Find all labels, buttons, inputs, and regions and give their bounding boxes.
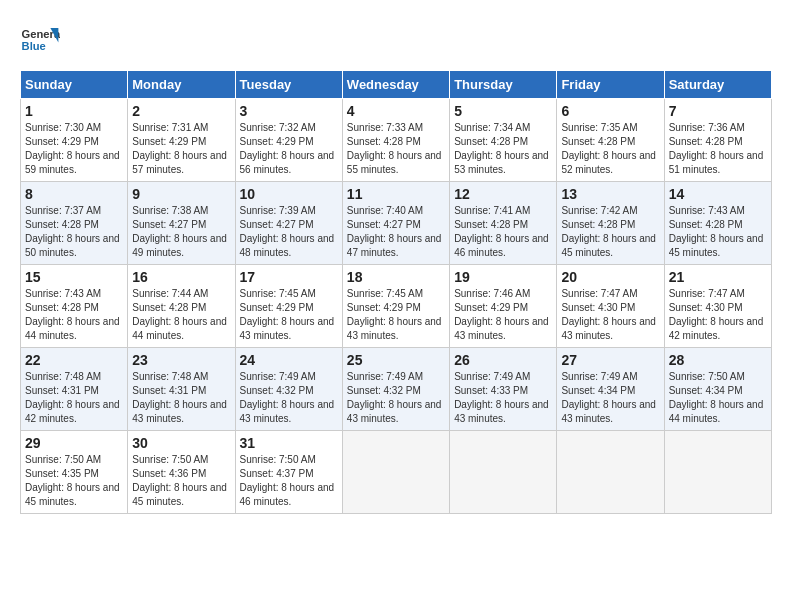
calendar-cell: 20Sunrise: 7:47 AMSunset: 4:30 PMDayligh… <box>557 265 664 348</box>
cell-info: Sunrise: 7:48 AMSunset: 4:31 PMDaylight:… <box>25 370 123 426</box>
calendar-cell: 16Sunrise: 7:44 AMSunset: 4:28 PMDayligh… <box>128 265 235 348</box>
cell-info: Sunrise: 7:50 AMSunset: 4:37 PMDaylight:… <box>240 453 338 509</box>
day-number: 6 <box>561 103 659 119</box>
day-number: 13 <box>561 186 659 202</box>
cell-info: Sunrise: 7:38 AMSunset: 4:27 PMDaylight:… <box>132 204 230 260</box>
day-number: 26 <box>454 352 552 368</box>
column-header-saturday: Saturday <box>664 71 771 99</box>
day-number: 28 <box>669 352 767 368</box>
cell-info: Sunrise: 7:34 AMSunset: 4:28 PMDaylight:… <box>454 121 552 177</box>
calendar-cell: 17Sunrise: 7:45 AMSunset: 4:29 PMDayligh… <box>235 265 342 348</box>
calendar-cell: 24Sunrise: 7:49 AMSunset: 4:32 PMDayligh… <box>235 348 342 431</box>
day-number: 30 <box>132 435 230 451</box>
calendar-cell: 15Sunrise: 7:43 AMSunset: 4:28 PMDayligh… <box>21 265 128 348</box>
calendar-cell: 23Sunrise: 7:48 AMSunset: 4:31 PMDayligh… <box>128 348 235 431</box>
column-header-tuesday: Tuesday <box>235 71 342 99</box>
cell-info: Sunrise: 7:39 AMSunset: 4:27 PMDaylight:… <box>240 204 338 260</box>
day-number: 11 <box>347 186 445 202</box>
calendar-cell: 18Sunrise: 7:45 AMSunset: 4:29 PMDayligh… <box>342 265 449 348</box>
cell-info: Sunrise: 7:47 AMSunset: 4:30 PMDaylight:… <box>561 287 659 343</box>
cell-info: Sunrise: 7:37 AMSunset: 4:28 PMDaylight:… <box>25 204 123 260</box>
calendar-cell: 31Sunrise: 7:50 AMSunset: 4:37 PMDayligh… <box>235 431 342 514</box>
day-number: 22 <box>25 352 123 368</box>
calendar-cell: 11Sunrise: 7:40 AMSunset: 4:27 PMDayligh… <box>342 182 449 265</box>
day-number: 18 <box>347 269 445 285</box>
day-number: 21 <box>669 269 767 285</box>
cell-info: Sunrise: 7:43 AMSunset: 4:28 PMDaylight:… <box>25 287 123 343</box>
cell-info: Sunrise: 7:49 AMSunset: 4:32 PMDaylight:… <box>240 370 338 426</box>
day-number: 25 <box>347 352 445 368</box>
cell-info: Sunrise: 7:42 AMSunset: 4:28 PMDaylight:… <box>561 204 659 260</box>
column-header-thursday: Thursday <box>450 71 557 99</box>
calendar-cell: 13Sunrise: 7:42 AMSunset: 4:28 PMDayligh… <box>557 182 664 265</box>
day-number: 17 <box>240 269 338 285</box>
calendar-table: SundayMondayTuesdayWednesdayThursdayFrid… <box>20 70 772 514</box>
day-number: 24 <box>240 352 338 368</box>
day-number: 7 <box>669 103 767 119</box>
cell-info: Sunrise: 7:50 AMSunset: 4:34 PMDaylight:… <box>669 370 767 426</box>
calendar-cell: 26Sunrise: 7:49 AMSunset: 4:33 PMDayligh… <box>450 348 557 431</box>
day-number: 14 <box>669 186 767 202</box>
calendar-cell: 25Sunrise: 7:49 AMSunset: 4:32 PMDayligh… <box>342 348 449 431</box>
logo: General Blue <box>20 20 64 60</box>
calendar-cell <box>557 431 664 514</box>
calendar-week-3: 15Sunrise: 7:43 AMSunset: 4:28 PMDayligh… <box>21 265 772 348</box>
calendar-cell: 27Sunrise: 7:49 AMSunset: 4:34 PMDayligh… <box>557 348 664 431</box>
cell-info: Sunrise: 7:41 AMSunset: 4:28 PMDaylight:… <box>454 204 552 260</box>
calendar-week-5: 29Sunrise: 7:50 AMSunset: 4:35 PMDayligh… <box>21 431 772 514</box>
day-number: 1 <box>25 103 123 119</box>
day-number: 8 <box>25 186 123 202</box>
page-header: General Blue <box>20 20 772 60</box>
calendar-cell: 12Sunrise: 7:41 AMSunset: 4:28 PMDayligh… <box>450 182 557 265</box>
cell-info: Sunrise: 7:49 AMSunset: 4:32 PMDaylight:… <box>347 370 445 426</box>
calendar-cell: 2Sunrise: 7:31 AMSunset: 4:29 PMDaylight… <box>128 99 235 182</box>
cell-info: Sunrise: 7:49 AMSunset: 4:34 PMDaylight:… <box>561 370 659 426</box>
calendar-week-2: 8Sunrise: 7:37 AMSunset: 4:28 PMDaylight… <box>21 182 772 265</box>
cell-info: Sunrise: 7:50 AMSunset: 4:35 PMDaylight:… <box>25 453 123 509</box>
calendar-cell: 8Sunrise: 7:37 AMSunset: 4:28 PMDaylight… <box>21 182 128 265</box>
calendar-cell <box>450 431 557 514</box>
cell-info: Sunrise: 7:43 AMSunset: 4:28 PMDaylight:… <box>669 204 767 260</box>
calendar-cell: 10Sunrise: 7:39 AMSunset: 4:27 PMDayligh… <box>235 182 342 265</box>
day-number: 9 <box>132 186 230 202</box>
calendar-cell: 9Sunrise: 7:38 AMSunset: 4:27 PMDaylight… <box>128 182 235 265</box>
cell-info: Sunrise: 7:47 AMSunset: 4:30 PMDaylight:… <box>669 287 767 343</box>
cell-info: Sunrise: 7:44 AMSunset: 4:28 PMDaylight:… <box>132 287 230 343</box>
calendar-body: 1Sunrise: 7:30 AMSunset: 4:29 PMDaylight… <box>21 99 772 514</box>
day-number: 10 <box>240 186 338 202</box>
day-number: 2 <box>132 103 230 119</box>
day-number: 4 <box>347 103 445 119</box>
calendar-week-4: 22Sunrise: 7:48 AMSunset: 4:31 PMDayligh… <box>21 348 772 431</box>
calendar-cell: 5Sunrise: 7:34 AMSunset: 4:28 PMDaylight… <box>450 99 557 182</box>
day-number: 20 <box>561 269 659 285</box>
cell-info: Sunrise: 7:50 AMSunset: 4:36 PMDaylight:… <box>132 453 230 509</box>
day-number: 3 <box>240 103 338 119</box>
calendar-header: SundayMondayTuesdayWednesdayThursdayFrid… <box>21 71 772 99</box>
column-header-sunday: Sunday <box>21 71 128 99</box>
calendar-cell: 1Sunrise: 7:30 AMSunset: 4:29 PMDaylight… <box>21 99 128 182</box>
calendar-cell: 7Sunrise: 7:36 AMSunset: 4:28 PMDaylight… <box>664 99 771 182</box>
logo-icon: General Blue <box>20 20 60 60</box>
column-header-monday: Monday <box>128 71 235 99</box>
calendar-cell: 30Sunrise: 7:50 AMSunset: 4:36 PMDayligh… <box>128 431 235 514</box>
calendar-cell: 29Sunrise: 7:50 AMSunset: 4:35 PMDayligh… <box>21 431 128 514</box>
cell-info: Sunrise: 7:30 AMSunset: 4:29 PMDaylight:… <box>25 121 123 177</box>
calendar-cell: 6Sunrise: 7:35 AMSunset: 4:28 PMDaylight… <box>557 99 664 182</box>
day-number: 16 <box>132 269 230 285</box>
svg-text:Blue: Blue <box>22 40 46 52</box>
cell-info: Sunrise: 7:49 AMSunset: 4:33 PMDaylight:… <box>454 370 552 426</box>
cell-info: Sunrise: 7:40 AMSunset: 4:27 PMDaylight:… <box>347 204 445 260</box>
day-number: 27 <box>561 352 659 368</box>
cell-info: Sunrise: 7:46 AMSunset: 4:29 PMDaylight:… <box>454 287 552 343</box>
day-number: 5 <box>454 103 552 119</box>
day-number: 29 <box>25 435 123 451</box>
cell-info: Sunrise: 7:45 AMSunset: 4:29 PMDaylight:… <box>347 287 445 343</box>
calendar-cell <box>342 431 449 514</box>
column-header-wednesday: Wednesday <box>342 71 449 99</box>
day-number: 19 <box>454 269 552 285</box>
calendar-cell: 14Sunrise: 7:43 AMSunset: 4:28 PMDayligh… <box>664 182 771 265</box>
calendar-cell: 22Sunrise: 7:48 AMSunset: 4:31 PMDayligh… <box>21 348 128 431</box>
cell-info: Sunrise: 7:36 AMSunset: 4:28 PMDaylight:… <box>669 121 767 177</box>
day-number: 31 <box>240 435 338 451</box>
calendar-cell <box>664 431 771 514</box>
